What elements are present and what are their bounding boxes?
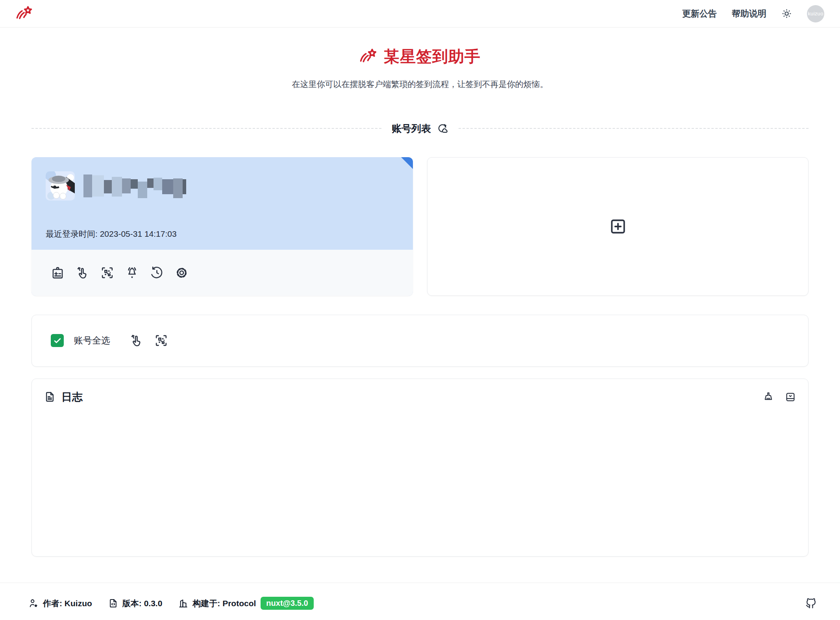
- footer-version-text: 版本: 0.3.0: [122, 598, 163, 609]
- cloud-sync-icon[interactable]: [437, 123, 448, 134]
- footer-version: 版本: 0.3.0: [108, 598, 163, 609]
- document-icon: [44, 391, 56, 403]
- hero: 某星签到助手 在这里你可以在摆脱客户端繁琐的签到流程，让签到不再是你的烦恼。: [31, 28, 809, 90]
- select-all-label[interactable]: 账号全选: [74, 334, 110, 347]
- github-icon[interactable]: [805, 597, 817, 609]
- log-panel: 日志: [31, 379, 809, 557]
- shooting-star-icon: [359, 47, 378, 66]
- last-login-time: 最近登录时间: 2023-05-31 14:17:03: [46, 228, 399, 239]
- building-icon: [178, 598, 189, 609]
- gear-icon[interactable]: [174, 265, 189, 280]
- user-avatar[interactable]: kuizuo: [807, 5, 824, 22]
- footer-build: 构建于: Protocol nuxt@3.5.0: [178, 597, 313, 610]
- select-all-panel: 账号全选: [31, 315, 809, 367]
- divider-dash: [31, 128, 381, 129]
- log-body: [44, 404, 796, 545]
- qr-scan-icon[interactable]: [154, 333, 168, 348]
- page-subtitle: 在这里你可以在摆脱客户端繁琐的签到流程，让签到不再是你的烦恼。: [31, 79, 809, 90]
- account-card[interactable]: 最近登录时间: 2023-05-31 14:17:03: [31, 157, 413, 296]
- selected-corner-icon: [401, 157, 413, 169]
- sun-icon[interactable]: [781, 8, 792, 19]
- account-card-body: 最近登录时间: 2023-05-31 14:17:03: [31, 157, 413, 250]
- plus-square-icon: [609, 217, 627, 236]
- add-account-card[interactable]: [427, 157, 809, 296]
- nav-update-announcement[interactable]: 更新公告: [682, 8, 717, 20]
- footer-author: 作者: Kuizuo: [28, 598, 92, 609]
- checkbox-checked-icon[interactable]: [51, 334, 64, 347]
- archive-down-icon[interactable]: [784, 391, 796, 403]
- account-list-divider: 账号列表: [31, 122, 809, 135]
- broom-icon[interactable]: [762, 391, 774, 403]
- header: 更新公告 帮助说明 kuizuo: [0, 0, 840, 28]
- account-list-title: 账号列表: [392, 122, 431, 135]
- hand-click-icon[interactable]: [129, 333, 144, 348]
- nav-help[interactable]: 帮助说明: [732, 8, 766, 20]
- footer-author-text: 作者: Kuizuo: [43, 598, 92, 609]
- footer: 作者: Kuizuo 版本: 0.3.0 构建于: Protocol: [0, 583, 840, 620]
- account-cards: 最近登录时间: 2023-05-31 14:17:03: [31, 157, 809, 296]
- account-avatar: [46, 171, 75, 200]
- log-title: 日志: [61, 390, 83, 404]
- file-code-icon: [108, 598, 118, 609]
- bell-ring-icon[interactable]: [125, 265, 139, 280]
- app-logo-shooting-star-icon[interactable]: [16, 5, 34, 23]
- person-star-icon: [28, 598, 39, 609]
- divider-dash: [459, 128, 809, 129]
- nuxt-version-badge: nuxt@3.5.0: [261, 597, 313, 610]
- page-title-text: 某星签到助手: [384, 46, 481, 67]
- id-badge-add-icon[interactable]: [50, 265, 65, 280]
- history-icon[interactable]: [150, 265, 164, 280]
- account-name-redacted: [83, 174, 186, 198]
- page-title: 某星签到助手: [359, 46, 481, 67]
- qr-scan-icon[interactable]: [100, 265, 115, 280]
- account-card-toolbar: [31, 250, 413, 296]
- footer-build-text: 构建于: Protocol: [192, 598, 256, 609]
- hand-click-icon[interactable]: [75, 265, 90, 280]
